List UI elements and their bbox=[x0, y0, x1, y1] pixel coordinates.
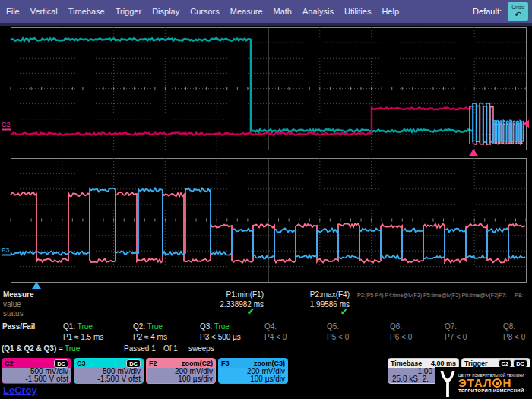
passfail-title: Pass/Fail bbox=[2, 322, 35, 331]
passfail-q7-criteria: P7 < 0 bbox=[445, 333, 467, 341]
trigger-label: Trigger bbox=[464, 359, 488, 367]
coupling-badge: DC bbox=[54, 359, 68, 368]
passfail-q4-label: Q4: bbox=[264, 322, 277, 331]
passfail-summary-passed: Passed 1 bbox=[124, 344, 156, 353]
watermark-bottom-text: ТЕРРИТОРИЯ ИЗМЕРЕНИЙ bbox=[458, 388, 532, 393]
menu-items: FileVerticalTimebaseTriggerDisplayCursor… bbox=[0, 7, 399, 16]
measure-readout: MeasurevaluestatusP1:min(F1)2.338982 ms✔… bbox=[0, 290, 532, 319]
passfail-q6-label: Q6: bbox=[390, 322, 402, 331]
passfail-summary-of: Of 1 bbox=[163, 344, 178, 353]
timebase-label: Timebase bbox=[391, 359, 422, 367]
descriptor-c3-body: 500 mV/div-1.500 V ofst bbox=[74, 368, 143, 383]
passfail-q4[interactable]: Q4: bbox=[264, 322, 277, 331]
passfail-q1-criteria: P1 ≈ 1.5 ms bbox=[63, 333, 103, 341]
descriptor-line-2: 100 µs/div bbox=[221, 375, 285, 383]
descriptor-line-2: -1.500 V ofst bbox=[77, 375, 141, 383]
passfail-q3-label: Q3: bbox=[200, 322, 212, 331]
tuning-fork-icon bbox=[438, 371, 458, 397]
descriptor-f2-title: zoom(C2) bbox=[182, 359, 213, 367]
menu-item-trigger[interactable]: Trigger bbox=[116, 7, 141, 16]
passfail-q7[interactable]: Q7: bbox=[445, 322, 457, 331]
measure-title: Measure bbox=[3, 290, 34, 299]
passfail-q2-label: Q2: bbox=[133, 322, 145, 331]
timebase-value: 4.00 ms bbox=[431, 359, 456, 367]
passfail-q3[interactable]: Q3: True bbox=[200, 322, 230, 331]
watermark-name-right: Н bbox=[502, 378, 511, 388]
descriptor-f3-title: zoom(C3) bbox=[254, 359, 285, 367]
descriptor-f2-id: F2 bbox=[149, 359, 157, 367]
measure-param-1-label[interactable]: P1:min(F1) bbox=[180, 290, 264, 299]
passfail-q5-criteria: P5 < 0 bbox=[327, 333, 349, 341]
menu-item-measure[interactable]: Measure bbox=[230, 7, 263, 16]
etalon-watermark: ЦЕНТР ИЗМЕРИТЕЛЬНОЙ ТЕХНИКИ ЭТАЛН ТЕРРИТ… bbox=[435, 367, 532, 399]
passfail-q8-criteria: P8 < 0 bbox=[503, 333, 525, 341]
menu-item-math[interactable]: Math bbox=[274, 7, 292, 16]
menu-item-display[interactable]: Display bbox=[152, 7, 179, 16]
descriptor-f2[interactable]: F2zoom(C2)200 mV/div100 µs/div bbox=[146, 358, 216, 384]
measure-inactive-params: P3:(P5-P4) P4:time@lv(F3) P5:time@lv(F2)… bbox=[357, 292, 530, 299]
menu-right: Default: Undo ↶ bbox=[473, 2, 532, 21]
passfail-q8-label: Q8: bbox=[503, 322, 515, 331]
menu-item-help[interactable]: Help bbox=[382, 7, 399, 16]
trigger-badge-dc: DC bbox=[513, 359, 527, 368]
menu-item-timebase[interactable]: Timebase bbox=[68, 7, 105, 16]
passfail-summary-result: True bbox=[65, 344, 80, 353]
measure-inactive-param[interactable]: P8:- - - bbox=[515, 292, 530, 299]
passfail-q1-label: Q1: bbox=[63, 322, 75, 331]
passfail-q6-criteria: P6 < 0 bbox=[390, 333, 412, 341]
descriptor-c2-id: C2 bbox=[5, 359, 14, 367]
measure-inactive-param[interactable]: P3:(P5-P4) P4:time@lv(F3) P5:time@lv(F2)… bbox=[357, 292, 499, 299]
globe-icon bbox=[492, 378, 502, 388]
timebase-samples: 25.0 kS bbox=[392, 375, 418, 383]
trace-label-c2[interactable]: C2 bbox=[2, 121, 11, 128]
trace-label-f3[interactable]: F3 bbox=[2, 246, 10, 254]
measure-value-label: value bbox=[3, 300, 21, 309]
descriptor-line-2: 100 µs/div bbox=[149, 375, 213, 383]
passfail-q1-result: True bbox=[75, 322, 93, 331]
watermark-name-left: ЭТАЛ bbox=[458, 378, 492, 388]
descriptor-f2-body: 200 mV/div100 µs/div bbox=[147, 368, 215, 383]
descriptor-c2-body: 500 mV/div-1.500 V ofst bbox=[2, 368, 71, 383]
descriptor-f3[interactable]: F3zoom(C3)200 mV/div100 µs/div bbox=[218, 358, 288, 384]
measure-inactive-param[interactable]: P7:- - - bbox=[499, 292, 515, 299]
watermark-name: ЭТАЛН bbox=[458, 378, 532, 388]
descriptor-line-2: -1.500 V ofst bbox=[5, 375, 68, 383]
measure-param-1-status-check-icon: ✔ bbox=[247, 307, 254, 317]
oscilloscope-screen: C2F3 FileVerticalTimebaseTriggerDisplayC… bbox=[0, 0, 532, 399]
passfail-q5-label: Q5: bbox=[327, 322, 339, 331]
passfail-q2[interactable]: Q2: True bbox=[133, 322, 163, 331]
descriptor-f3-body: 200 mV/div100 µs/div bbox=[219, 368, 287, 383]
descriptor-f3-id: F3 bbox=[221, 359, 230, 367]
passfail-q8[interactable]: Q8: bbox=[503, 322, 515, 331]
default-label: Default: bbox=[473, 7, 502, 16]
menu-item-file[interactable]: File bbox=[6, 7, 20, 16]
passfail-q3-result: True bbox=[212, 322, 230, 331]
passfail-readout: Pass/FailQ1: TrueP1 ≈ 1.5 msQ2: TrueP2 ≈… bbox=[0, 321, 532, 356]
zoom-position-marker[interactable] bbox=[32, 282, 41, 289]
passfail-q6[interactable]: Q6: bbox=[390, 322, 402, 331]
descriptor-c3[interactable]: C3DC500 mV/div-1.500 V ofst bbox=[74, 358, 144, 384]
lecroy-logo: LeCroy bbox=[3, 385, 37, 396]
passfail-q5[interactable]: Q5: bbox=[327, 322, 339, 331]
measure-param-2-status-check-icon: ✔ bbox=[340, 307, 347, 317]
menu-item-cursors[interactable]: Cursors bbox=[190, 7, 220, 16]
undo-arrow-icon: ↶ bbox=[515, 11, 521, 18]
menu-item-utilities[interactable]: Utilities bbox=[344, 7, 371, 16]
timebase-rate: 2. bbox=[423, 375, 429, 383]
passfail-q3-criteria: P3 < 500 µs bbox=[200, 333, 241, 341]
descriptor-c2[interactable]: C2DC500 mV/div-1.500 V ofst bbox=[2, 358, 71, 384]
measure-param-2-label[interactable]: P2:max(F4) bbox=[266, 290, 350, 299]
passfail-q2-criteria: P2 ≈ 4 ms bbox=[133, 333, 167, 341]
coupling-badge: DC bbox=[126, 359, 141, 368]
menu-item-vertical[interactable]: Vertical bbox=[30, 7, 58, 16]
trace-c3 bbox=[11, 38, 473, 131]
passfail-q4-criteria: P4 < 0 bbox=[264, 333, 287, 341]
menu-item-analysis[interactable]: Analysis bbox=[302, 7, 334, 16]
passfail-q2-result: True bbox=[145, 322, 163, 331]
passfail-q1[interactable]: Q1: True bbox=[63, 322, 93, 331]
trigger-badges: C2DC bbox=[499, 359, 527, 368]
undo-button[interactable]: Undo ↶ bbox=[507, 2, 529, 21]
menu-bar-divider bbox=[0, 23, 532, 26]
passfail-q7-label: Q7: bbox=[445, 322, 457, 331]
measure-param-2-value: 1.99586 ms bbox=[266, 300, 350, 309]
